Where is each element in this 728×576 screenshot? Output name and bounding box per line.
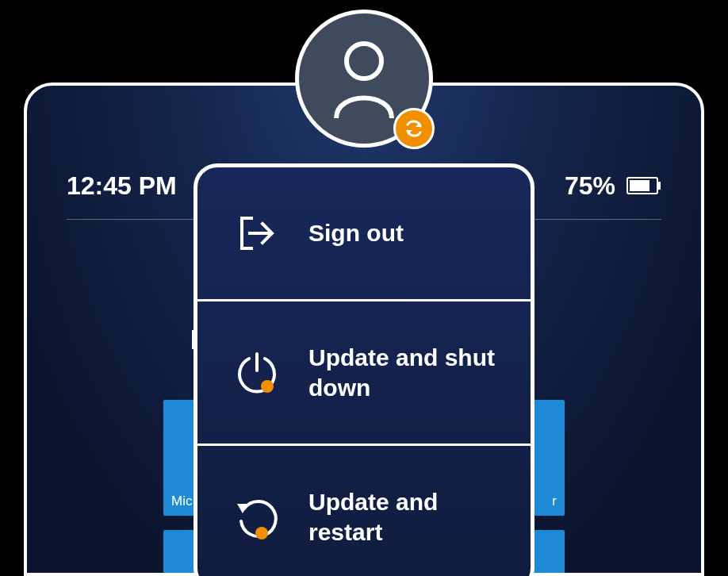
sign-out-item[interactable]: Sign out (197, 167, 531, 299)
tile-label-partial: Mic (171, 493, 192, 509)
tile-label-partial: r (552, 493, 557, 509)
sign-out-icon (232, 209, 282, 258)
svg-rect-1 (658, 182, 661, 190)
power-update-icon (232, 348, 282, 397)
user-avatar[interactable] (295, 10, 433, 148)
menu-item-label: Sign out (308, 218, 496, 248)
status-time: 12:45 PM (67, 171, 177, 201)
sync-icon (403, 117, 425, 140)
battery-icon (626, 171, 661, 201)
svg-point-3 (347, 44, 381, 79)
power-menu: Sign out Update and shut down Update and… (193, 163, 535, 576)
battery-percent: 75% (565, 171, 615, 201)
update-restart-item[interactable]: Update and restart (197, 444, 531, 576)
menu-item-label: Update and shut down (308, 343, 496, 402)
sync-badge (393, 108, 435, 149)
svg-marker-9 (237, 504, 248, 513)
svg-point-10 (255, 527, 268, 540)
svg-rect-2 (630, 180, 649, 191)
svg-point-8 (261, 380, 274, 393)
menu-item-label: Update and restart (308, 487, 496, 547)
update-shutdown-item[interactable]: Update and shut down (197, 299, 531, 444)
restart-update-icon (232, 493, 282, 542)
person-icon (328, 39, 400, 118)
